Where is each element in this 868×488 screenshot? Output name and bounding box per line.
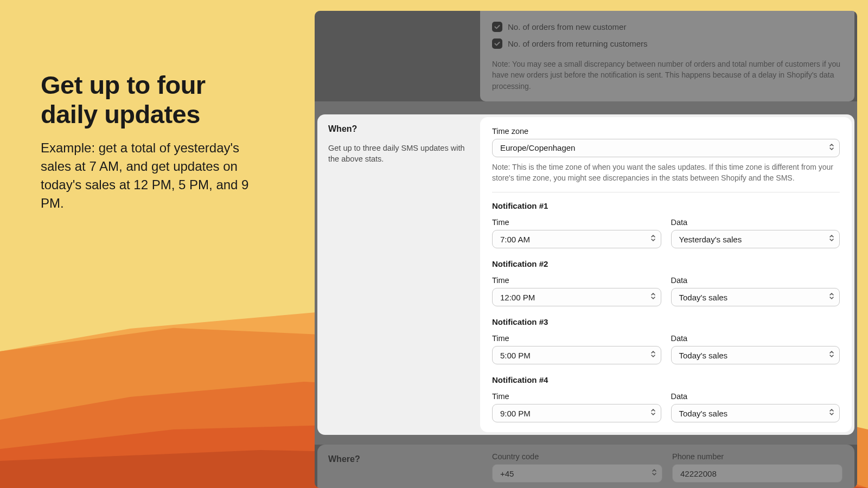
notification-2-time-select[interactable]: 12:00 PM <box>492 288 661 306</box>
timezone-select[interactable]: Europe/Copenhagen <box>492 139 840 157</box>
notification-title: Notification #2 <box>492 259 840 268</box>
when-section-content: Time zone Europe/Copenhagen Note: This i… <box>480 117 852 433</box>
checkbox-row-new-customer[interactable]: No. of orders from new customer <box>492 18 843 35</box>
data-label: Data <box>671 218 840 227</box>
what-section-card: No. of orders from new customer No. of o… <box>480 11 854 101</box>
time-value: 9:00 PM <box>500 409 531 418</box>
time-value: 5:00 PM <box>500 351 531 360</box>
notification-title: Notification #4 <box>492 375 840 384</box>
notification-2: Notification #2 Time 12:00 PM <box>492 259 840 306</box>
checkbox-row-returning-customer[interactable]: No. of orders from returning customers <box>492 35 843 52</box>
where-section: Where? Country code +45 Phone num <box>317 445 854 488</box>
notification-2-data-select[interactable]: Today's sales <box>671 288 840 306</box>
phone-number-value: 42222008 <box>680 469 717 478</box>
timezone-help: Note: This is the time zone of when you … <box>492 162 840 184</box>
marketing-headline: Get up to four daily updates <box>41 70 258 129</box>
notification-1-time-select[interactable]: 7:00 AM <box>492 230 661 248</box>
notification-4-time-select[interactable]: 9:00 PM <box>492 404 661 422</box>
notification-3-time-select[interactable]: 5:00 PM <box>492 346 661 364</box>
notification-title: Notification #1 <box>492 201 840 210</box>
when-section-description: Get up to three daily SMS updates with t… <box>328 143 469 165</box>
notification-4-data-select[interactable]: Today's sales <box>671 404 840 422</box>
data-label: Data <box>671 334 840 343</box>
data-label: Data <box>671 276 840 285</box>
time-label: Time <box>492 276 661 285</box>
notification-title: Notification #3 <box>492 317 840 326</box>
time-label: Time <box>492 334 661 343</box>
country-code-value: +45 <box>500 469 514 478</box>
when-section: When? Get up to three daily SMS updates … <box>317 114 854 435</box>
notification-4: Notification #4 Time 9:00 PM <box>492 375 840 422</box>
data-value: Yesterday's sales <box>679 235 742 244</box>
data-value: Today's sales <box>679 409 728 418</box>
data-value: Today's sales <box>679 351 728 360</box>
notification-3: Notification #3 Time 5:00 PM <box>492 317 840 364</box>
time-value: 12:00 PM <box>500 293 535 302</box>
country-code-label: Country code <box>492 452 662 461</box>
app-panel: No. of orders from new customer No. of o… <box>315 11 857 488</box>
when-section-sidebar: When? Get up to three daily SMS updates … <box>317 114 480 435</box>
notification-3-data-select[interactable]: Today's sales <box>671 346 840 364</box>
time-label: Time <box>492 218 661 227</box>
phone-number-input[interactable]: 42222008 <box>672 464 843 483</box>
divider <box>492 192 840 192</box>
checkbox-checked-icon[interactable] <box>492 38 502 49</box>
notification-1: Notification #1 Time 7:00 AM <box>492 201 840 248</box>
marketing-example: Example: get a total of yesterday's sale… <box>41 139 258 213</box>
checkbox-label: No. of orders from returning customers <box>508 39 648 48</box>
timezone-label: Time zone <box>492 127 840 136</box>
timezone-value: Europe/Copenhagen <box>500 143 575 152</box>
where-section-title: Where? <box>328 454 469 464</box>
data-value: Today's sales <box>679 293 728 302</box>
notification-1-data-select[interactable]: Yesterday's sales <box>671 230 840 248</box>
checkbox-checked-icon[interactable] <box>492 22 502 32</box>
time-value: 7:00 AM <box>500 235 530 244</box>
what-section-note: Note: You may see a small discrepancy be… <box>492 59 843 92</box>
checkbox-label: No. of orders from new customer <box>508 22 626 31</box>
time-label: Time <box>492 392 661 401</box>
country-code-select[interactable]: +45 <box>492 464 662 483</box>
when-section-title: When? <box>328 124 469 134</box>
data-label: Data <box>671 392 840 401</box>
marketing-copy: Get up to four daily updates Example: ge… <box>41 70 258 213</box>
phone-number-label: Phone number <box>672 452 843 461</box>
